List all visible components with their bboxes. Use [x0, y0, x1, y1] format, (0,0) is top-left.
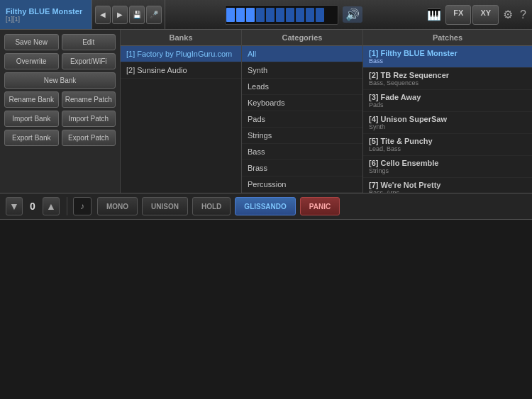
keyboard-icon[interactable]: 🎹	[424, 6, 444, 23]
glissando-button[interactable]: GLISSANDO	[235, 197, 295, 215]
grid-cell	[226, 8, 235, 22]
patch-item[interactable]: [5] Tite & Punchy Lead, Bass	[363, 134, 532, 156]
patch-sub: Bass	[369, 57, 526, 64]
settings-icon[interactable]: ⚙	[500, 6, 516, 23]
patch-name: [5] Tite & Punchy	[369, 137, 526, 145]
category-item[interactable]: Bass	[242, 144, 362, 160]
patch-item[interactable]: [1] Filthy BLUE Monster Bass	[363, 46, 532, 68]
row-overwrite-export: Overwrite Export/WiFi	[4, 53, 116, 69]
patch-name: [1] Filthy BLUE Monster	[369, 49, 526, 57]
octave-down-button[interactable]: ▼	[6, 197, 23, 215]
export-wifi-button[interactable]: Export/WiFi	[62, 53, 116, 69]
category-item[interactable]: Keyboards	[242, 95, 362, 111]
grid-cell	[266, 8, 275, 22]
octave-section: ▼ 0 ▲	[6, 197, 67, 215]
patch-sub: Strings	[369, 167, 526, 174]
grid-cell	[316, 8, 324, 22]
patch-sub: Bass, Arps	[369, 189, 526, 193]
rename-patch-button[interactable]: Rename Patch	[62, 91, 116, 108]
patch-sub: Bass, Sequences	[369, 79, 526, 86]
patch-name: [6] Cello Ensemble	[369, 159, 526, 167]
patch-item[interactable]: [3] Fade Away Pads	[363, 90, 532, 112]
content-area: Banks [1] Factory by PlugInGuru.com [2] …	[121, 30, 532, 193]
app-title: Filthy BLUE Monster [1][1]	[0, 0, 92, 29]
row-new-bank: New Bank	[4, 72, 116, 89]
hold-button[interactable]: HOLD	[192, 197, 231, 215]
banks-header: Banks	[121, 30, 241, 46]
patch-name: [2] TB Rez Sequencer	[369, 71, 526, 79]
save-button-icon[interactable]: 💾	[129, 6, 145, 24]
row-export: Export Bank Export Patch	[4, 130, 116, 146]
patch-sub: Synth	[369, 123, 526, 130]
nav-next-button[interactable]: ▶	[112, 6, 128, 24]
category-item[interactable]: Leads	[242, 79, 362, 95]
left-panel: Save New Edit Overwrite Export/WiFi New …	[0, 30, 121, 193]
rename-bank-button[interactable]: Rename Bank	[4, 91, 59, 108]
patch-item[interactable]: [4] Unison SuperSaw Synth	[363, 112, 532, 134]
help-icon[interactable]: ?	[517, 7, 529, 23]
export-bank-button[interactable]: Export Bank	[4, 130, 59, 146]
category-item[interactable]: Pads	[242, 111, 362, 128]
grid-cell	[286, 8, 294, 22]
import-bank-button[interactable]: Import Bank	[4, 111, 59, 127]
patch-item[interactable]: [7] We're Not Pretty Bass, Arps	[363, 178, 532, 193]
edit-button[interactable]: Edit	[62, 34, 116, 50]
banks-column: Banks [1] Factory by PlugInGuru.com [2] …	[121, 30, 242, 193]
top-buttons: 🎹 FX XY ⚙ ?	[421, 5, 532, 25]
grid-cell	[306, 8, 314, 22]
new-bank-button[interactable]: New Bank	[4, 72, 116, 89]
category-item[interactable]: Synth	[242, 62, 362, 79]
speaker-icon[interactable]: 🔊	[343, 6, 362, 23]
octave-value: 0	[26, 201, 40, 212]
patch-sub: Lead, Bass	[369, 145, 526, 152]
patch-name: [4] Unison SuperSaw	[369, 115, 526, 123]
patches-header: Patches	[363, 30, 532, 46]
panic-button[interactable]: PANIC	[300, 197, 340, 215]
bottom-controls: ▼ 0 ▲ ♪ MONO UNISON HOLD GLISSANDO PANIC	[0, 193, 532, 220]
patch-sub: Pads	[369, 101, 526, 108]
category-item[interactable]: Strings	[242, 128, 362, 144]
grid-display-area: 🔊	[165, 0, 421, 29]
bank-item[interactable]: [2] Sunsine Audio	[121, 62, 241, 79]
row-import: Import Bank Import Patch	[4, 111, 116, 127]
grid-cell	[296, 8, 304, 22]
grid-cell	[236, 8, 245, 22]
grid-cell	[256, 8, 265, 22]
patches-column: Patches [1] Filthy BLUE Monster Bass [2]…	[363, 30, 532, 193]
patch-item[interactable]: [2] TB Rez Sequencer Bass, Sequences	[363, 68, 532, 90]
main-area: Save New Edit Overwrite Export/WiFi New …	[0, 30, 532, 193]
xy-button[interactable]: XY	[472, 5, 499, 25]
grid-display	[225, 5, 338, 25]
octave-up-button[interactable]: ▲	[43, 197, 60, 215]
bank-item[interactable]: [1] Factory by PlugInGuru.com	[121, 46, 241, 62]
category-item[interactable]: All	[242, 46, 362, 62]
nav-controls: ◀ ▶ 💾 🎤	[92, 0, 165, 29]
top-bar: Filthy BLUE Monster [1][1] ◀ ▶ 💾 🎤 🔊 🎹 F…	[0, 0, 532, 30]
patch-item[interactable]: [6] Cello Ensemble Strings	[363, 156, 532, 178]
row-rename: Rename Bank Rename Patch	[4, 91, 116, 108]
categories-column: Categories All Synth Leads Keyboards Pad…	[242, 30, 363, 193]
category-item[interactable]: Brass	[242, 160, 362, 176]
category-item[interactable]: Percussion	[242, 176, 362, 193]
patch-name: [3] Fade Away	[369, 93, 526, 101]
fx-button[interactable]: FX	[445, 5, 471, 25]
categories-header: Categories	[242, 30, 362, 46]
mic-icon[interactable]: 🎤	[146, 6, 162, 24]
patch-name: [7] We're Not Pretty	[369, 181, 526, 189]
unison-button[interactable]: UNISON	[142, 197, 188, 215]
grid-cell	[276, 8, 284, 22]
import-patch-button[interactable]: Import Patch	[62, 111, 116, 127]
row-save-edit: Save New Edit	[4, 34, 116, 50]
categories-list: All Synth Leads Keyboards Pads Strings B…	[242, 46, 362, 193]
note-icon-button[interactable]: ♪	[73, 197, 92, 215]
patches-list: [1] Filthy BLUE Monster Bass [2] TB Rez …	[363, 46, 532, 193]
title-subtitle: [1][1]	[6, 16, 86, 23]
save-new-button[interactable]: Save New	[4, 34, 59, 50]
overwrite-button[interactable]: Overwrite	[4, 53, 59, 69]
mono-button[interactable]: MONO	[97, 197, 138, 215]
banks-list: [1] Factory by PlugInGuru.com [2] Sunsin…	[121, 46, 241, 193]
grid-cell	[246, 8, 255, 22]
export-patch-button[interactable]: Export Patch	[62, 130, 116, 146]
title-text: Filthy BLUE Monster	[6, 7, 86, 16]
nav-prev-button[interactable]: ◀	[95, 6, 111, 24]
